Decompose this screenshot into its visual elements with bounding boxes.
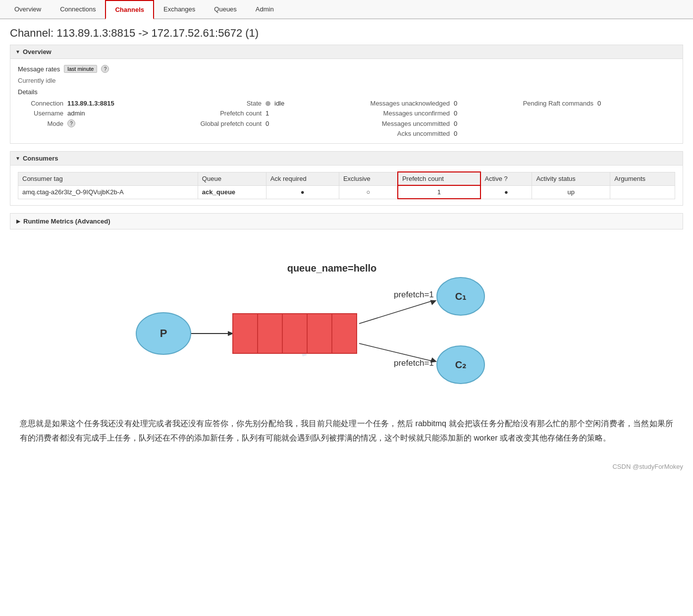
queue-box-4 — [307, 314, 332, 353]
state-val-text: idle — [274, 100, 284, 107]
col-prefetch-count: Prefetch count — [398, 172, 480, 185]
col-activity-status: Activity status — [532, 172, 610, 185]
col-consumer-tag: Consumer tag — [18, 172, 198, 185]
consumers-panel: ▼ Consumers Consumer tag Queue Ack requi… — [10, 151, 683, 206]
username-label: Username — [18, 110, 67, 117]
cell-ack-required: ● — [266, 185, 339, 199]
prefetch-label-2: prefetch=1 — [394, 358, 434, 368]
cell-prefetch-count: 1 — [398, 185, 480, 199]
page-title: Channel: 113.89.1.3:8815 -> 172.17.52.61… — [10, 27, 683, 40]
cell-queue: ack_queue — [198, 185, 266, 199]
nav-item-admin[interactable]: Admin — [246, 0, 283, 19]
consumers-arrow-icon: ▼ — [15, 156, 20, 161]
message-rates-row: Message rates last minute ? — [18, 65, 675, 73]
message-rates-label: Message rates — [18, 65, 60, 73]
prefetch-count-value: 1 — [266, 110, 330, 117]
state-dot-icon — [266, 101, 270, 106]
mode-label: Mode — [18, 120, 67, 127]
acks-uncommitted-value: 0 — [454, 130, 483, 137]
overview-arrow-icon: ▼ — [15, 49, 20, 55]
navigation: Overview Connections Channels Exchanges … — [0, 0, 693, 19]
cell-active: ● — [480, 185, 532, 199]
cell-activity-status: up — [532, 185, 610, 199]
queue-box-2 — [258, 314, 282, 353]
runtime-metrics-header[interactable]: ▶ Runtime Metrics (Advanced) — [10, 213, 683, 229]
nav-item-channels[interactable]: Channels — [105, 0, 154, 19]
diagram-svg: ITC queue_name=hello P prefetch=1 pr — [124, 252, 570, 400]
producer-label: P — [160, 327, 167, 339]
state-label: State — [166, 100, 266, 107]
messages-unack-label: Messages unacknowledged — [330, 100, 454, 107]
page-content: Channel: 113.89.1.3:8815 -> 172.17.52.61… — [0, 19, 693, 237]
pending-raft-label: Pending Raft commands — [483, 100, 597, 107]
username-value: admin — [67, 110, 166, 117]
acks-uncommitted-label: Acks uncommitted — [330, 130, 454, 137]
nav-item-overview[interactable]: Overview — [5, 0, 51, 19]
consumer1-label: C₁ — [455, 291, 466, 302]
global-prefetch-value: 0 — [266, 120, 330, 127]
overview-section-body: Message rates last minute ? Currently id… — [10, 59, 683, 143]
connection-label: Connection — [18, 100, 67, 107]
overview-header-label: Overview — [23, 48, 52, 56]
consumers-section-header[interactable]: ▼ Consumers — [10, 152, 683, 166]
mode-value: ? — [67, 119, 166, 127]
cell-exclusive: ○ — [339, 185, 398, 199]
runtime-arrow-icon: ▶ — [16, 219, 20, 224]
details-grid: Connection 113.89.1.3:8815 State idle Me… — [18, 100, 675, 137]
messages-uncommitted-value: 0 — [454, 120, 483, 127]
global-prefetch-label: Global prefetch count — [166, 120, 266, 127]
col-arguments: Arguments — [610, 172, 675, 185]
queue-name-label: queue_name=hello — [287, 263, 376, 274]
messages-unconfirmed-value: 0 — [454, 110, 483, 117]
col-queue: Queue — [198, 172, 266, 185]
diagram-section: ITC queue_name=hello P prefetch=1 pr — [0, 237, 693, 407]
runtime-header-label: Runtime Metrics (Advanced) — [23, 218, 110, 225]
nav-item-exchanges[interactable]: Exchanges — [154, 0, 205, 19]
col-active: Active ? — [480, 172, 532, 185]
nav-item-queues[interactable]: Queues — [205, 0, 246, 19]
currently-idle-text: Currently idle — [18, 77, 675, 84]
nav-item-connections[interactable]: Connections — [51, 0, 105, 19]
overview-section-header[interactable]: ▼ Overview — [10, 45, 683, 59]
message-rates-help-icon[interactable]: ? — [101, 65, 109, 73]
consumers-section-body: Consumer tag Queue Ack required Exclusiv… — [10, 166, 683, 205]
queue-box-5 — [332, 314, 357, 353]
consumers-table: Consumer tag Queue Ack required Exclusiv… — [18, 171, 675, 199]
cell-arguments — [610, 185, 675, 199]
last-minute-button[interactable]: last minute — [64, 65, 97, 73]
queue-box-1 — [233, 314, 258, 353]
overview-panel: ▼ Overview Message rates last minute ? C… — [10, 45, 683, 144]
state-value: idle — [266, 100, 330, 107]
description-paragraph: 意思就是如果这个任务我还没有处理完或者我还没有应答你，你先别分配给我，我目前只能… — [20, 417, 673, 446]
diagram-area: ITC queue_name=hello P prefetch=1 pr — [0, 237, 693, 407]
mode-help-icon[interactable]: ? — [67, 119, 75, 127]
messages-unack-value: 0 — [454, 100, 483, 107]
col-ack-required: Ack required — [266, 172, 339, 185]
csdn-credit: CSDN @studyForMokey — [0, 460, 693, 473]
consumers-table-header-row: Consumer tag Queue Ack required Exclusiv… — [18, 172, 675, 185]
queue-box-3 — [282, 314, 307, 353]
consumers-header-label: Consumers — [23, 155, 58, 162]
col-exclusive: Exclusive — [339, 172, 398, 185]
connection-value: 113.89.1.3:8815 — [67, 100, 166, 107]
consumer2-label: C₂ — [455, 359, 466, 370]
cell-consumer-tag: amq.ctag-a26r3lz_O-9IQVujbK2b-A — [18, 185, 198, 199]
messages-uncommitted-label: Messages uncommitted — [330, 120, 454, 127]
details-section-label: Details — [18, 88, 675, 96]
prefetch-label-1: prefetch=1 — [394, 290, 434, 299]
pending-raft-value: 0 — [597, 100, 622, 107]
prefetch-count-label: Prefetch count — [166, 110, 266, 117]
arrow-queue-to-c1 — [359, 301, 431, 324]
table-row: amq.ctag-a26r3lz_O-9IQVujbK2b-A ack_queu… — [18, 185, 675, 199]
messages-unconfirmed-label: Messages unconfirmed — [330, 110, 454, 117]
description-section: 意思就是如果这个任务我还没有处理完或者我还没有应答你，你先别分配给我，我目前只能… — [0, 407, 693, 460]
